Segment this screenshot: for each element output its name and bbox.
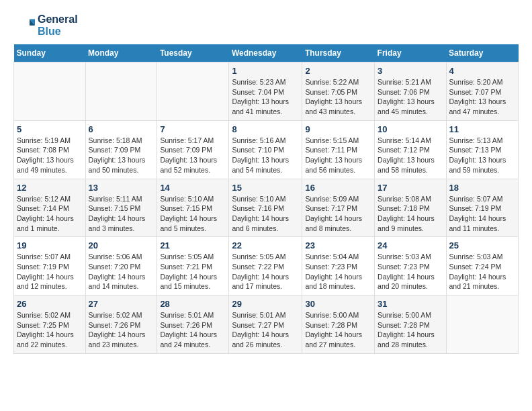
calendar-cell: 10Sunrise: 5:14 AM Sunset: 7:12 PM Dayli… [375, 120, 446, 179]
calendar-cell: 3Sunrise: 5:21 AM Sunset: 7:06 PM Daylig… [375, 62, 446, 121]
day-info: Sunrise: 5:01 AM Sunset: 7:26 PM Dayligh… [160, 310, 226, 350]
calendar-cell: 1Sunrise: 5:23 AM Sunset: 7:04 PM Daylig… [229, 62, 302, 121]
calendar-cell [14, 62, 86, 121]
day-info: Sunrise: 5:05 AM Sunset: 7:22 PM Dayligh… [232, 252, 299, 291]
calendar-cell: 5Sunrise: 5:19 AM Sunset: 7:08 PM Daylig… [14, 120, 86, 179]
calendar-cell: 28Sunrise: 5:01 AM Sunset: 7:26 PM Dayli… [157, 295, 229, 354]
day-info: Sunrise: 5:04 AM Sunset: 7:23 PM Dayligh… [305, 252, 371, 291]
day-info: Sunrise: 5:00 AM Sunset: 7:28 PM Dayligh… [305, 310, 371, 350]
day-number: 6 [89, 124, 154, 134]
day-info: Sunrise: 5:03 AM Sunset: 7:24 PM Dayligh… [449, 252, 515, 291]
day-info: Sunrise: 5:12 AM Sunset: 7:14 PM Dayligh… [17, 194, 83, 234]
calendar-cell: 9Sunrise: 5:15 AM Sunset: 7:11 PM Daylig… [302, 120, 375, 179]
day-number: 30 [305, 299, 371, 309]
day-number: 13 [89, 183, 154, 193]
day-number: 5 [17, 124, 83, 134]
day-number: 10 [378, 124, 443, 134]
day-info: Sunrise: 5:19 AM Sunset: 7:08 PM Dayligh… [17, 136, 83, 175]
logo-icon [13, 15, 35, 36]
day-info: Sunrise: 5:11 AM Sunset: 7:15 PM Dayligh… [89, 194, 154, 234]
calendar-cell: 8Sunrise: 5:16 AM Sunset: 7:10 PM Daylig… [229, 120, 302, 179]
calendar-cell: 27Sunrise: 5:02 AM Sunset: 7:26 PM Dayli… [85, 295, 157, 354]
logo-text-line1: General [38, 13, 78, 26]
calendar-cell [85, 62, 157, 121]
page-header: General Blue [13, 13, 519, 38]
day-info: Sunrise: 5:05 AM Sunset: 7:21 PM Dayligh… [160, 252, 226, 291]
calendar-cell: 14Sunrise: 5:10 AM Sunset: 7:15 PM Dayli… [157, 179, 229, 237]
calendar-cell: 6Sunrise: 5:18 AM Sunset: 7:09 PM Daylig… [85, 120, 157, 179]
day-number: 27 [89, 299, 154, 309]
day-number: 17 [378, 183, 443, 193]
calendar-cell: 31Sunrise: 5:00 AM Sunset: 7:28 PM Dayli… [375, 295, 446, 354]
day-number: 26 [17, 299, 83, 309]
calendar-cell: 17Sunrise: 5:08 AM Sunset: 7:18 PM Dayli… [375, 179, 446, 237]
day-header-sunday: Sunday [14, 44, 86, 62]
logo-text-line2: Blue [38, 26, 78, 38]
day-info: Sunrise: 5:14 AM Sunset: 7:12 PM Dayligh… [378, 136, 443, 175]
week-row-2: 5Sunrise: 5:19 AM Sunset: 7:08 PM Daylig… [14, 120, 519, 179]
day-info: Sunrise: 5:02 AM Sunset: 7:26 PM Dayligh… [89, 310, 154, 350]
day-header-friday: Friday [375, 44, 446, 62]
day-info: Sunrise: 5:10 AM Sunset: 7:16 PM Dayligh… [232, 194, 299, 234]
day-number: 24 [378, 240, 443, 250]
day-info: Sunrise: 5:06 AM Sunset: 7:20 PM Dayligh… [89, 252, 154, 291]
day-number: 18 [449, 183, 515, 193]
calendar-cell: 16Sunrise: 5:09 AM Sunset: 7:17 PM Dayli… [302, 179, 375, 237]
week-row-4: 19Sunrise: 5:07 AM Sunset: 7:19 PM Dayli… [14, 237, 519, 295]
day-number: 25 [449, 240, 515, 250]
calendar-cell: 22Sunrise: 5:05 AM Sunset: 7:22 PM Dayli… [229, 237, 302, 295]
day-number: 11 [449, 124, 515, 134]
day-info: Sunrise: 5:23 AM Sunset: 7:04 PM Dayligh… [232, 77, 299, 117]
calendar-cell: 29Sunrise: 5:01 AM Sunset: 7:27 PM Dayli… [229, 295, 302, 354]
logo: General Blue [13, 13, 78, 38]
calendar-header: SundayMondayTuesdayWednesdayThursdayFrid… [14, 44, 519, 62]
calendar-cell: 26Sunrise: 5:02 AM Sunset: 7:25 PM Dayli… [14, 295, 86, 354]
calendar-table: SundayMondayTuesdayWednesdayThursdayFrid… [13, 44, 519, 354]
calendar-cell: 11Sunrise: 5:13 AM Sunset: 7:13 PM Dayli… [446, 120, 518, 179]
day-number: 22 [232, 240, 299, 250]
calendar-cell: 12Sunrise: 5:12 AM Sunset: 7:14 PM Dayli… [14, 179, 86, 237]
day-number: 29 [232, 299, 299, 309]
calendar-cell: 19Sunrise: 5:07 AM Sunset: 7:19 PM Dayli… [14, 237, 86, 295]
day-info: Sunrise: 5:01 AM Sunset: 7:27 PM Dayligh… [232, 310, 299, 350]
day-info: Sunrise: 5:09 AM Sunset: 7:17 PM Dayligh… [305, 194, 371, 234]
day-number: 3 [378, 66, 443, 76]
day-info: Sunrise: 5:18 AM Sunset: 7:09 PM Dayligh… [89, 136, 154, 175]
day-header-saturday: Saturday [446, 44, 518, 62]
day-info: Sunrise: 5:02 AM Sunset: 7:25 PM Dayligh… [17, 310, 83, 350]
day-number: 1 [232, 66, 299, 76]
calendar-cell: 18Sunrise: 5:07 AM Sunset: 7:19 PM Dayli… [446, 179, 518, 237]
day-number: 4 [449, 66, 515, 76]
day-info: Sunrise: 5:22 AM Sunset: 7:05 PM Dayligh… [305, 77, 371, 117]
day-header-thursday: Thursday [302, 44, 375, 62]
calendar-cell: 13Sunrise: 5:11 AM Sunset: 7:15 PM Dayli… [85, 179, 157, 237]
day-number: 15 [232, 183, 299, 193]
calendar-cell: 23Sunrise: 5:04 AM Sunset: 7:23 PM Dayli… [302, 237, 375, 295]
day-number: 14 [160, 183, 226, 193]
day-number: 9 [305, 124, 371, 134]
day-info: Sunrise: 5:07 AM Sunset: 7:19 PM Dayligh… [17, 252, 83, 291]
calendar-cell: 4Sunrise: 5:20 AM Sunset: 7:07 PM Daylig… [446, 62, 518, 121]
day-number: 2 [305, 66, 371, 76]
day-info: Sunrise: 5:03 AM Sunset: 7:23 PM Dayligh… [378, 252, 443, 291]
calendar-cell [446, 295, 518, 354]
day-number: 7 [160, 124, 226, 134]
day-number: 23 [305, 240, 371, 250]
day-info: Sunrise: 5:16 AM Sunset: 7:10 PM Dayligh… [232, 136, 299, 175]
day-info: Sunrise: 5:21 AM Sunset: 7:06 PM Dayligh… [378, 77, 443, 117]
calendar-cell: 20Sunrise: 5:06 AM Sunset: 7:20 PM Dayli… [85, 237, 157, 295]
calendar-cell: 2Sunrise: 5:22 AM Sunset: 7:05 PM Daylig… [302, 62, 375, 121]
day-number: 28 [160, 299, 226, 309]
day-number: 19 [17, 240, 83, 250]
day-info: Sunrise: 5:13 AM Sunset: 7:13 PM Dayligh… [449, 136, 515, 175]
calendar-body: 1Sunrise: 5:23 AM Sunset: 7:04 PM Daylig… [14, 62, 519, 354]
day-number: 16 [305, 183, 371, 193]
calendar-cell: 7Sunrise: 5:17 AM Sunset: 7:09 PM Daylig… [157, 120, 229, 179]
day-header-tuesday: Tuesday [157, 44, 229, 62]
calendar-cell: 15Sunrise: 5:10 AM Sunset: 7:16 PM Dayli… [229, 179, 302, 237]
day-info: Sunrise: 5:07 AM Sunset: 7:19 PM Dayligh… [449, 194, 515, 234]
week-row-3: 12Sunrise: 5:12 AM Sunset: 7:14 PM Dayli… [14, 179, 519, 237]
day-number: 31 [378, 299, 443, 309]
week-row-1: 1Sunrise: 5:23 AM Sunset: 7:04 PM Daylig… [14, 62, 519, 121]
calendar-cell [157, 62, 229, 121]
